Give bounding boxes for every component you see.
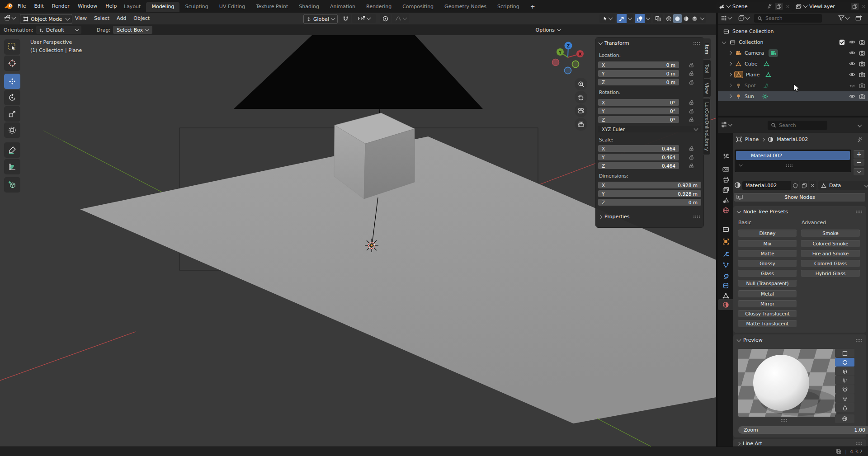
outliner-row-camera[interactable]: Camera xyxy=(718,48,868,58)
viewlayer-new-button[interactable] xyxy=(851,3,859,10)
location-x-field[interactable]: X0 m xyxy=(598,61,679,68)
render-visibility-icon[interactable] xyxy=(859,50,865,56)
breadcrumb-material[interactable]: Material.002 xyxy=(777,136,808,142)
breadcrumb-object[interactable]: Plane xyxy=(745,136,759,142)
workspace-tab-texture-paint[interactable]: Texture Paint xyxy=(250,2,293,12)
lock-icon[interactable] xyxy=(689,108,694,114)
scale-y-field[interactable]: Y0.464 xyxy=(598,154,679,160)
properties-editor-type-button[interactable] xyxy=(721,121,732,128)
preset-mix[interactable]: Mix xyxy=(738,240,797,247)
hide-eye-icon[interactable] xyxy=(849,61,855,67)
expand-arrow[interactable] xyxy=(728,73,732,76)
preset-colored-glass[interactable]: Colored Glass xyxy=(801,260,860,267)
scale-x-field[interactable]: X0.464 xyxy=(598,145,679,152)
preset-glossy[interactable]: Glossy xyxy=(738,260,797,267)
preview-cube-button[interactable] xyxy=(835,367,854,376)
preview-zoom-slider[interactable]: Zoom 1.00 xyxy=(738,426,868,434)
spot-light-object[interactable] xyxy=(365,239,378,252)
dimensions-y-field[interactable]: Y0.928 m xyxy=(598,190,701,197)
preview-fluid-button[interactable] xyxy=(835,403,854,412)
location-y-field[interactable]: Y0 m xyxy=(598,70,679,77)
overlays-toggle[interactable] xyxy=(635,14,645,23)
panel-grip[interactable] xyxy=(693,42,700,45)
presets-collapse-chevron[interactable] xyxy=(737,209,741,213)
workspace-tab-geometry-nodes[interactable]: Geometry Nodes xyxy=(439,2,492,12)
mode-dropdown[interactable]: Object Mode xyxy=(20,14,72,24)
gizmos-dropdown[interactable] xyxy=(627,14,633,23)
drag-mode-dropdown[interactable]: Select Box xyxy=(113,26,152,34)
blender-logo-icon[interactable] xyxy=(4,2,14,10)
render-visibility-icon[interactable] xyxy=(859,71,865,78)
tab-world-icon[interactable] xyxy=(722,207,729,214)
editor-type-button[interactable] xyxy=(4,14,15,21)
viewlayer-selector[interactable]: ViewLayer xyxy=(793,2,868,11)
workspace-tab-sculpting[interactable]: Sculpting xyxy=(179,2,213,12)
transform-collapse-chevron[interactable] xyxy=(599,40,603,45)
preset-mirror[interactable]: Mirror xyxy=(738,300,797,307)
preset-null-transparent[interactable]: Null (Transparent) xyxy=(738,280,797,287)
gizmo-minus-z-axis[interactable] xyxy=(565,67,571,74)
viewport-menu-object[interactable]: Object xyxy=(130,15,153,21)
tool-move[interactable] xyxy=(4,74,20,89)
fake-user-button[interactable] xyxy=(791,181,799,190)
workspace-tab-scripting[interactable]: Scripting xyxy=(492,2,525,12)
location-z-field[interactable]: Z0 m xyxy=(598,79,679,85)
overlays-dropdown[interactable] xyxy=(645,14,651,23)
proportional-edit-toggle[interactable] xyxy=(380,14,391,23)
menu-help[interactable]: Help xyxy=(101,3,121,9)
tool-rotate[interactable] xyxy=(4,90,20,105)
pin-icon[interactable] xyxy=(767,4,773,9)
lock-icon[interactable] xyxy=(689,99,694,106)
selectability-dropdown[interactable] xyxy=(599,14,615,23)
scene-new-button[interactable] xyxy=(775,3,783,10)
hide-eye-icon[interactable] xyxy=(849,71,855,78)
render-visibility-icon[interactable] xyxy=(859,93,865,99)
workspace-tab-compositing[interactable]: Compositing xyxy=(397,2,439,12)
new-collection-button[interactable] xyxy=(855,15,862,22)
lock-icon[interactable] xyxy=(689,145,694,152)
material-name-field[interactable]: Material.002 xyxy=(742,181,797,190)
proportional-falloff-dropdown[interactable] xyxy=(392,14,409,23)
tool-annotate[interactable] xyxy=(4,142,20,158)
collection-expand-arrow[interactable] xyxy=(722,39,726,44)
rotation-mode-dropdown[interactable]: XYZ Euler xyxy=(598,126,701,132)
scale-z-field[interactable]: Z0.464 xyxy=(598,162,679,169)
snap-target-dropdown[interactable] xyxy=(352,14,376,23)
preset-glass[interactable]: Glass xyxy=(738,270,797,277)
preset-glossy-translucent[interactable]: Glossy Translucent xyxy=(738,310,797,317)
hide-eye-icon[interactable] xyxy=(849,50,855,56)
shading-solid-button[interactable] xyxy=(673,14,682,23)
hide-eye-closed-icon[interactable] xyxy=(849,82,855,89)
outliner-display-mode[interactable] xyxy=(721,15,731,21)
workspace-tab-shading[interactable]: Shading xyxy=(293,2,325,12)
lock-icon[interactable] xyxy=(689,79,694,85)
render-visibility-icon[interactable] xyxy=(859,39,865,45)
sidebar-tab-tool[interactable]: Tool xyxy=(703,59,711,78)
lock-icon[interactable] xyxy=(689,116,694,123)
preset-fire-and-smoke[interactable]: Fire and Smoke xyxy=(801,250,860,257)
rotation-x-field[interactable]: X0° xyxy=(598,99,679,106)
workspace-tab-rendering[interactable]: Rendering xyxy=(361,2,397,12)
preview-sphere-button[interactable] xyxy=(835,358,854,367)
viewport-menu-select[interactable]: Select xyxy=(90,15,113,21)
camera-view-button[interactable] xyxy=(575,104,587,117)
preset-hybrid-glass[interactable]: Hybrid Glass xyxy=(801,270,860,277)
add-slot-button[interactable]: + xyxy=(854,150,864,158)
preset-colored-smoke[interactable]: Colored Smoke xyxy=(801,240,860,247)
tab-constraints-icon[interactable] xyxy=(722,282,729,289)
preview-resize-grip[interactable] xyxy=(780,418,787,422)
dimensions-z-field[interactable]: Z0 m xyxy=(598,199,701,206)
lock-icon[interactable] xyxy=(689,162,694,169)
transform-orientation-dropdown[interactable]: Global xyxy=(303,14,338,24)
dimensions-x-field[interactable]: X0.928 m xyxy=(598,182,701,188)
gizmo-minus-x-axis[interactable] xyxy=(552,59,559,66)
preset-disney[interactable]: Disney xyxy=(738,230,797,237)
tool-select-box[interactable] xyxy=(4,39,20,55)
tool-cursor[interactable] xyxy=(4,56,20,71)
tab-collection-icon[interactable] xyxy=(722,226,729,233)
tab-particles-icon[interactable] xyxy=(722,262,729,268)
checkbox-icon[interactable] xyxy=(839,39,845,45)
tab-viewlayer-icon[interactable] xyxy=(722,187,729,193)
shading-rendered-button[interactable] xyxy=(690,14,699,23)
preview-collapse-chevron[interactable] xyxy=(737,337,741,342)
